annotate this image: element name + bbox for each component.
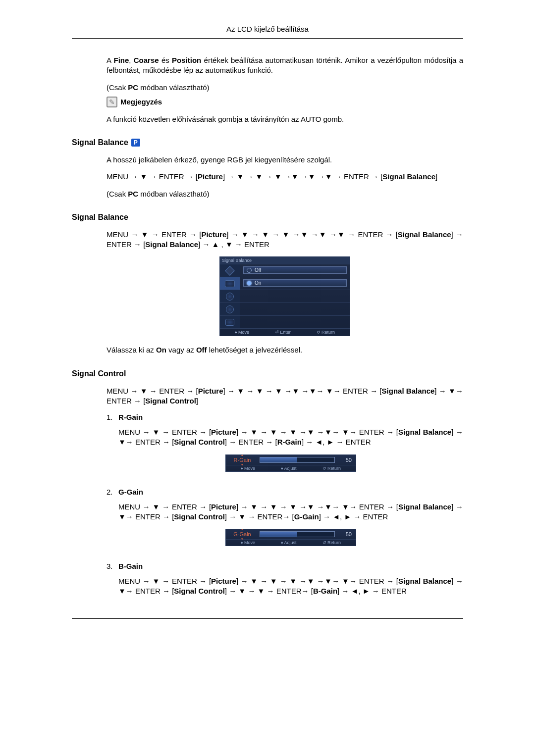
sec2-menu-path: MENU → ▼ → ENTER → [Picture] → ▼ → ▼ → ▼… — [107, 230, 463, 250]
sec1-menu-path: MENU → ▼ → ENTER → [Picture] → ▼ → ▼ → ▼… — [107, 172, 463, 182]
note-icon: ✎ — [107, 97, 117, 107]
section-title-signal-balance-p: Signal Balance P — [72, 138, 463, 147]
radio-off-icon — [247, 268, 252, 273]
osd-option-off[interactable]: Off — [243, 266, 347, 274]
osd-option-on[interactable]: On — [243, 279, 347, 287]
slider-footer-return: ↺ Return — [322, 540, 341, 545]
ggain-menu-path: MENU → ▼ → ENTER → [Picture] → ▼ → ▼ → ▼… — [118, 502, 463, 522]
intro-pc-only: (Csak PC módban választható) — [107, 83, 463, 93]
slider-footer-adjust: ♦ Adjust — [281, 540, 297, 545]
osd-icon-4 — [226, 305, 234, 313]
osd-icon-5 — [225, 319, 234, 326]
slider-value-ggain: 50 — [340, 531, 352, 537]
bgain-label: B-Gain — [118, 562, 463, 570]
section-title-signal-balance: Signal Balance — [72, 213, 463, 222]
slider-track[interactable] — [260, 531, 335, 537]
list-item-bgain: 3. B-Gain MENU → ▼ → ENTER → [Picture] →… — [107, 562, 463, 604]
rgain-menu-path: MENU → ▼ → ENTER → [Picture] → ▼ → ▼ → ▼… — [118, 427, 463, 448]
section-title-signal-control: Signal Control — [72, 369, 463, 378]
osd-footer-return: ↺ Return — [317, 330, 335, 335]
slider-value-rgain: 50 — [340, 457, 352, 463]
sec1-desc: A hosszú jelkábelen érkező, gyenge RGB j… — [107, 155, 463, 165]
sec3-menu-path: MENU → ▼ → ENTER → [Picture] → ▼ → ▼ → ▼… — [107, 386, 463, 406]
slider-label-rgain: R-Gain — [230, 457, 255, 463]
list-item-rgain: 1. R-Gain MENU → ▼ → ENTER → [Picture] →… — [107, 413, 463, 483]
slider-track[interactable] — [260, 457, 335, 463]
page-header: Az LCD kijelző beállítása — [72, 25, 463, 36]
osd-icon-2 — [225, 280, 235, 287]
note-row: ✎ Megjegyzés — [107, 97, 463, 107]
osd-title: Signal Balance — [220, 257, 350, 264]
note-label: Megjegyzés — [120, 98, 162, 106]
intro-paragraph-3: A funkció közvetlen előhívásának gombja … — [107, 114, 463, 124]
rgain-label: R-Gain — [118, 413, 463, 421]
osd-signal-balance: Signal Balance Off On — [219, 256, 350, 336]
slider-footer-adjust: ♦ Adjust — [281, 466, 297, 471]
sec2-choice-text: Válassza ki az On vagy az Off lehetősége… — [107, 345, 463, 355]
osd-icon-1 — [225, 266, 235, 276]
slider-label-ggain: G-Gain — [230, 531, 255, 537]
osd-rgain-slider: R-Gain 50 ♦ Move ♦ Adjust ↺ Return — [225, 454, 356, 472]
bgain-menu-path: MENU → ▼ → ENTER → [Picture] → ▼ → ▼ → ▼… — [118, 576, 463, 597]
osd-footer-enter: ⏎ Enter — [275, 330, 291, 335]
radio-on-icon — [247, 281, 252, 286]
intro-paragraph-1: A Fine, Coarse és Position értékek beáll… — [107, 55, 463, 76]
pc-badge-icon: P — [131, 139, 140, 147]
sec1-pc-only: (Csak PC módban választható) — [107, 189, 463, 199]
list-item-ggain: 2. G-Gain MENU → ▼ → ENTER → [Picture] →… — [107, 488, 463, 557]
osd-icon-3 — [226, 293, 234, 301]
ggain-label: G-Gain — [118, 488, 463, 496]
osd-footer-move: ♦ Move — [235, 330, 249, 335]
osd-ggain-slider: G-Gain 50 ♦ Move ♦ Adjust ↺ Return — [225, 529, 356, 546]
slider-footer-return: ↺ Return — [322, 466, 341, 471]
